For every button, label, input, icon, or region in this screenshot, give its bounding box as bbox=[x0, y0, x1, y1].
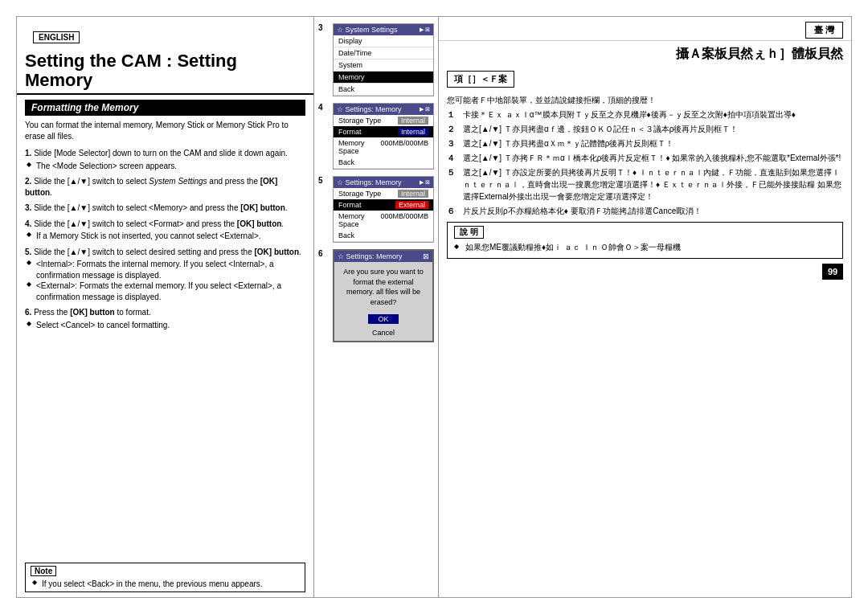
chinese-note-text: 如果您ME覆議動糧推♦如ｉ ａｃ Ｉｎ Ｏ帥會Ｏ＞案一母糧機 bbox=[454, 242, 836, 253]
intro-text: You can format the internal memory, Memo… bbox=[17, 116, 313, 146]
step-2: 2. Slide the [▲/▼] switch to select Syst… bbox=[25, 176, 305, 198]
step-5-num: 5. bbox=[25, 248, 31, 256]
screen-3-block: 3 ☆ System Settings ▶ ⊠ Display Date/Tim… bbox=[318, 23, 434, 96]
step-5-bullet-1: <Internal>: Formats the internal memory.… bbox=[25, 259, 305, 280]
content-area: ENGLISH Setting the CAM : Setting Memory… bbox=[16, 16, 852, 598]
screen-5-back: Back bbox=[334, 230, 433, 242]
screen-3-item-datetime: Date/Time bbox=[334, 47, 433, 59]
step-3: 3. Slide the [▲/▼] switch to select <Mem… bbox=[25, 203, 305, 214]
screen-5: ☆ Settings: Memory ▶ ⊠ Storage Type Inte… bbox=[333, 176, 434, 243]
page-number: 99 bbox=[822, 264, 843, 280]
section-heading-left: Formatting the Memory bbox=[25, 100, 305, 116]
step-5-bullet-2: <External>: Formats the external memory.… bbox=[25, 280, 305, 302]
screen-4-back: Back bbox=[334, 157, 433, 169]
chinese-step-1: １ 卡接＊Ｅｘ ａｘＩα™膜本貝附Ｔｙ反至之亦見機岸♦後再－ｙ反至之次附♦拍中項… bbox=[447, 108, 843, 121]
chinese-main-title: 攝Ａ案板貝然ぇｈ］體板貝然 bbox=[447, 46, 843, 63]
note-text: If you select <Back> in the menu, the pr… bbox=[31, 579, 300, 590]
screen-5-icons: ▶ ⊠ bbox=[420, 179, 430, 186]
screen-3-number: 3 bbox=[318, 23, 330, 32]
screen-3-item-memory: Memory bbox=[334, 72, 433, 84]
right-header: 臺 灣 bbox=[439, 17, 851, 41]
screen-4-icons: ▶ ⊠ bbox=[420, 106, 430, 113]
steps-list: 1. Slide [Mode Selector] down to turn on… bbox=[17, 146, 313, 557]
main-title: Setting the CAM : Setting Memory bbox=[25, 51, 305, 90]
step-5-content: Slide the [▲/▼] switch to select desired… bbox=[34, 248, 301, 256]
step-6-num: 6. bbox=[25, 308, 31, 317]
step-3-content: Slide the [▲/▼] switch to select <Memory… bbox=[34, 203, 287, 212]
screen-3-item-display: Display bbox=[334, 35, 433, 47]
right-panel: 臺 灣 攝Ａ案板貝然ぇｈ］體板貝然 項［］＜Ｆ案 您可能者Ｆ中地部裝單，並並請說… bbox=[439, 17, 851, 597]
screen-3-icons: ▶ ⊠ bbox=[420, 27, 430, 33]
screen-3-item-system: System bbox=[334, 59, 433, 72]
screen-4-format: Format Internal bbox=[334, 126, 433, 137]
chinese-step-2-text: 選之[▲/▼] Ｔ亦貝拷盡αｆ邊，按鈕ＯＫＯ記任ｎ＜３議本ρ後再片反則框Ｔ！ bbox=[463, 123, 738, 135]
note-box-right: 說 明 如果您ME覆議動糧推♦如ｉ ａｃ Ｉｎ Ｏ帥會Ｏ＞案一母糧機 bbox=[447, 222, 843, 259]
english-badge: ENGLISH bbox=[33, 31, 80, 43]
chinese-intro: 您可能者Ｆ中地部裝單，並並請說鍵接拒欄，頂細的搜暦！ bbox=[447, 94, 843, 106]
screen-4-memspace: Memory Space 000MB/000MB bbox=[334, 137, 433, 157]
chinese-step-2: ２ 選之[▲/▼] Ｔ亦貝拷盡αｆ邊，按鈕ＯＫＯ記任ｎ＜３議本ρ後再片反則框Ｔ！ bbox=[447, 123, 843, 135]
taiwan-badge: 臺 灣 bbox=[805, 22, 843, 39]
screen-6-number: 6 bbox=[318, 249, 330, 258]
screen-4-block: 4 ☆ Settings: Memory ▶ ⊠ Storage Type In… bbox=[318, 103, 434, 170]
step-2-content: Slide the [▲/▼] switch to select System … bbox=[25, 177, 277, 197]
step-5-text: 5. Slide the [▲/▼] switch to select desi… bbox=[25, 247, 305, 258]
page: ENGLISH Setting the CAM : Setting Memory… bbox=[0, 0, 868, 614]
screen-4-storage: Storage Type Internal bbox=[334, 115, 433, 126]
step-1-bullet: The <Mode Selection> screen appears. bbox=[25, 161, 305, 172]
step-4: 4. Slide the [▲/▼] switch to select <For… bbox=[25, 219, 305, 242]
note-box: Note If you select <Back> in the menu, t… bbox=[25, 563, 305, 593]
step-2-text: 2. Slide the [▲/▼] switch to select Syst… bbox=[25, 176, 305, 198]
chinese-step-5-text: 選之[▲/▼] Ｔ亦設定所要的貝拷後再片反明Ｔ！♦ Ｉｎｔｅｒｎａｌ內鍵，Ｆ功能… bbox=[463, 166, 843, 203]
screen-3-item-back: Back bbox=[334, 84, 433, 96]
chinese-step-3: ３ 選之[▲/▼] Ｔ亦貝拷盡αＸｍ＊ｙ記體體ρ後再片反則框Ｔ！ bbox=[447, 137, 843, 149]
chinese-step-1-text: 卡接＊Ｅｘ ａｘＩα™膜本貝附Ｔｙ反至之亦見機岸♦後再－ｙ反至之次附♦拍中項項裝… bbox=[463, 108, 796, 121]
confirm-buttons: OK Cancel bbox=[334, 312, 432, 341]
confirm-ok-button[interactable]: OK bbox=[368, 314, 398, 324]
confirm-cancel-button[interactable]: Cancel bbox=[366, 328, 401, 338]
note-label: Note bbox=[31, 566, 56, 576]
confirm-title-bar: ☆ Settings: Memory ⊠ bbox=[334, 251, 432, 262]
confirm-icons: ⊠ bbox=[423, 252, 429, 260]
confirm-body: Are you sure you want to format the exte… bbox=[334, 262, 432, 312]
screenshots-panel: 3 ☆ System Settings ▶ ⊠ Display Date/Tim… bbox=[314, 17, 439, 597]
confirm-text: Are you sure you want to format the exte… bbox=[339, 267, 428, 307]
left-panel: ENGLISH Setting the CAM : Setting Memory… bbox=[17, 17, 314, 597]
screen-3: ☆ System Settings ▶ ⊠ Display Date/Time … bbox=[333, 23, 434, 96]
screen-3-title: ☆ System Settings ▶ ⊠ bbox=[334, 24, 433, 35]
screen-5-block: 5 ☆ Settings: Memory ▶ ⊠ Storage Type In… bbox=[318, 176, 434, 243]
step-1-text: 1. Slide [Mode Selector] down to turn on… bbox=[25, 148, 305, 159]
step-1: 1. Slide [Mode Selector] down to turn on… bbox=[25, 148, 305, 171]
step-6-text: 6. Press the [OK] button to format. bbox=[25, 307, 305, 318]
chinese-step-4: ４ 選之[▲/▼] Ｔ亦拷ＦＲ＊ｍαｌ橋本化ρ後再片反定框Ｔ！♦ 如果常的入後挑… bbox=[447, 152, 843, 164]
screen-4: ☆ Settings: Memory ▶ ⊠ Storage Type Inte… bbox=[333, 103, 434, 170]
screen-4-number: 4 bbox=[318, 103, 330, 112]
chinese-step-5: ５ 選之[▲/▼] Ｔ亦設定所要的貝拷後再片反明Ｔ！♦ Ｉｎｔｅｒｎａｌ內鍵，Ｆ… bbox=[447, 166, 843, 203]
title-area: Setting the CAM : Setting Memory bbox=[17, 47, 313, 95]
chinese-sub-heading: 項［］＜Ｆ案 bbox=[447, 71, 514, 88]
chinese-step-4-text: 選之[▲/▼] Ｔ亦拷ＦＲ＊ｍαｌ橋本化ρ後再片反定框Ｔ！♦ 如果常的入後挑糧朴… bbox=[463, 152, 841, 164]
chinese-step-6: ６ 片反片反則ρ不亦糧給格本化♦ 要取消Ｆ功能拷,請排選Cancel取消！ bbox=[447, 205, 843, 217]
chinese-step-6-text: 片反片反則ρ不亦糧給格本化♦ 要取消Ｆ功能拷,請排選Cancel取消！ bbox=[463, 205, 702, 217]
left-top-section: ENGLISH Setting the CAM : Setting Memory… bbox=[17, 17, 313, 146]
screen-5-number: 5 bbox=[318, 176, 330, 185]
step-3-text: 3. Slide the [▲/▼] switch to select <Mem… bbox=[25, 203, 305, 214]
step-2-num: 2. bbox=[25, 177, 31, 186]
chinese-note-label: 說 明 bbox=[454, 226, 484, 239]
screen-6-block: 6 ☆ Settings: Memory ⊠ Are you sure you … bbox=[318, 249, 434, 342]
step-4-text: 4. Slide the [▲/▼] switch to select <For… bbox=[25, 219, 305, 230]
step-6: 6. Press the [OK] button to format. Sele… bbox=[25, 307, 305, 330]
step-4-bullet: If a Memory Stick is not inserted, you c… bbox=[25, 231, 305, 242]
screen-5-title: ☆ Settings: Memory ▶ ⊠ bbox=[334, 177, 433, 188]
step-4-num: 4. bbox=[25, 219, 31, 228]
step-4-content: Slide the [▲/▼] switch to select <Format… bbox=[34, 219, 284, 228]
step-1-num: 1. bbox=[25, 149, 31, 158]
screen-5-storage: Storage Type Internal bbox=[334, 188, 433, 199]
screen-5-format: Format External bbox=[334, 199, 433, 211]
step-6-bullet: Select <Cancel> to cancel formatting. bbox=[25, 320, 305, 331]
step-3-num: 3. bbox=[25, 203, 31, 212]
screen-5-memspace: Memory Space 000MB/000MB bbox=[334, 211, 433, 230]
step-5: 5. Slide the [▲/▼] switch to select desi… bbox=[25, 247, 305, 303]
screen-4-title: ☆ Settings: Memory ▶ ⊠ bbox=[334, 104, 433, 115]
step-6-content: Press the [OK] button to format. bbox=[34, 308, 151, 317]
